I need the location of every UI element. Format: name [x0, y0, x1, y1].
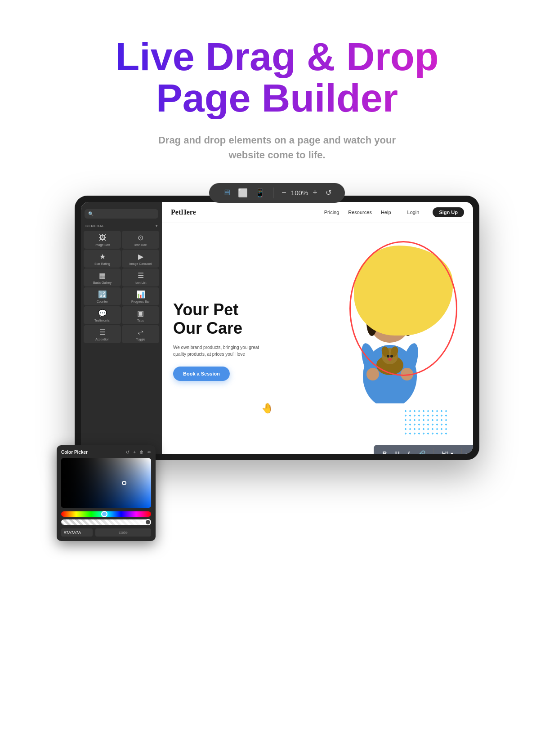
counter-label: Counter [97, 300, 108, 303]
image-box-label: Image Box [95, 243, 110, 246]
hero-section: Live Drag & Drop Page Builder Drag and d… [116, 36, 439, 162]
star-rating-label: Star Rating [94, 262, 110, 265]
hex-input-row: code [61, 528, 151, 537]
hue-slider[interactable] [61, 511, 151, 517]
element-sidebar: 🔍 GENERAL ▾ 🖼 Image Box ⊙ Icon Box [81, 202, 162, 454]
zoom-out-icon[interactable]: − [281, 188, 286, 197]
image-carousel-icon: ▶ [138, 253, 143, 260]
site-cta-button[interactable]: Book a Session [173, 367, 230, 381]
color-picker-gradient[interactable] [61, 458, 151, 508]
sidebar-item-counter[interactable]: 🔢 Counter [84, 287, 121, 305]
desktop-icon[interactable]: 🖥 [223, 188, 231, 197]
icon-list-label: Icon List [134, 281, 146, 284]
sidebar-item-progress-bar[interactable]: 📊 Progress Bar [122, 287, 159, 305]
sidebar-section-label: GENERAL ▾ [81, 221, 162, 230]
search-icon: 🔍 [88, 211, 94, 216]
code-label: code [95, 528, 151, 537]
testimonial-label: Testimonial [94, 319, 110, 322]
hero-image-column [318, 237, 462, 445]
sidebar-item-image-box[interactable]: 🖼 Image Box [84, 231, 121, 249]
basic-gallery-icon: ▦ [99, 272, 106, 279]
sidebar-item-icon-box[interactable]: ⊙ Icon Box [122, 231, 159, 249]
image-box-icon: 🖼 [99, 234, 106, 242]
toolbar-divider-2 [433, 448, 434, 454]
nav-login-button[interactable]: Login [407, 210, 420, 215]
underline-button[interactable]: U [395, 450, 400, 454]
hero-subtitle: Drag and drop elements on a page and wat… [151, 133, 403, 162]
list-dropdown[interactable]: ≡ ▾ [470, 451, 473, 454]
cursor-hand-icon: 🤚 [261, 403, 273, 414]
cp-add-icon[interactable]: + [133, 450, 136, 455]
color-picker-title-bar: Color Picker ↺ + 🗑 ✏ [61, 450, 151, 455]
mobile-icon[interactable]: 📱 [255, 188, 265, 198]
text-formatting-toolbar: B U I 🔗 H1 ▾ ≡ ▾ [374, 445, 474, 454]
zoom-controls: − 100% + [281, 188, 317, 197]
tablet-icon[interactable]: ⬜ [238, 188, 248, 198]
sidebar-item-tabs[interactable]: ▣ Tabs [122, 306, 159, 324]
nav-signup-button[interactable]: Sign Up [433, 207, 464, 217]
accordion-icon: ☰ [99, 329, 106, 336]
zoom-level: 100% [291, 189, 308, 197]
sidebar-search[interactable]: 🔍 [85, 209, 158, 219]
nav-link-resources[interactable]: Resources [348, 210, 372, 215]
hero-title: Live Drag & Drop Page Builder [116, 36, 439, 119]
device-icons: 🖥 ⬜ 📱 [223, 188, 265, 198]
toolbar-divider [273, 188, 273, 198]
cp-delete-icon[interactable]: 🗑 [139, 450, 144, 455]
device-screen: 🔍 GENERAL ▾ 🖼 Image Box ⊙ Icon Box [81, 202, 473, 454]
progress-bar-label: Progress Bar [131, 300, 150, 303]
nav-link-help[interactable]: Help [381, 210, 391, 215]
testimonial-icon: 💬 [98, 310, 107, 317]
viewport-toolbar: 🖥 ⬜ 📱 − 100% + ↺ [209, 183, 344, 203]
toggle-icon: ⇌ [138, 329, 143, 336]
nav-link-pricing[interactable]: Pricing [324, 210, 340, 215]
italic-button[interactable]: I [408, 450, 410, 454]
refresh-icon[interactable]: ↺ [326, 188, 331, 197]
heading-chevron-icon: ▾ [451, 451, 453, 454]
color-picker-title: Color Picker [61, 450, 88, 455]
color-picker-actions: ↺ + 🗑 ✏ [126, 450, 151, 455]
color-picker-panel: Color Picker ↺ + 🗑 ✏ code [57, 445, 156, 541]
site-navbar: PetHere Pricing Resources Help Login Sig… [162, 202, 473, 223]
device-wrapper: 🔍 GENERAL ▾ 🖼 Image Box ⊙ Icon Box [75, 196, 479, 460]
page-content-area: PetHere Pricing Resources Help Login Sig… [162, 202, 473, 454]
sidebar-item-toggle[interactable]: ⇌ Toggle [122, 325, 159, 343]
cp-eyedropper-icon[interactable]: ✏ [147, 450, 151, 455]
hex-input[interactable] [61, 528, 93, 537]
tabs-label: Tabs [137, 319, 144, 322]
site-hero-title: Your Pet Our Care [173, 300, 318, 338]
blue-dots-decoration [403, 409, 448, 436]
image-carousel-label: Image Carousel [130, 262, 152, 265]
sidebar-item-star-rating[interactable]: ★ Star Rating [84, 250, 121, 268]
device-frame: 🔍 GENERAL ▾ 🖼 Image Box ⊙ Icon Box [75, 196, 479, 460]
site-logo: PetHere [171, 208, 196, 216]
alpha-slider[interactable] [61, 519, 151, 525]
heading-dropdown[interactable]: H1 ▾ [442, 451, 453, 454]
hero-text-column: Your Pet Our Care We own brand products,… [173, 237, 318, 445]
basic-gallery-label: Basic Gallery [93, 281, 112, 284]
site-hero-description: We own brand products, bringing you grea… [173, 344, 263, 358]
sidebar-item-icon-list[interactable]: ☰ Icon List [122, 268, 159, 286]
svg-point-9 [366, 368, 379, 380]
cp-refresh-icon[interactable]: ↺ [126, 450, 130, 455]
progress-bar-icon: 📊 [136, 291, 145, 298]
site-hero-section: Your Pet Our Care We own brand products,… [162, 223, 473, 454]
sidebar-item-testimonial[interactable]: 💬 Testimonial [84, 306, 121, 324]
toggle-label: Toggle [136, 338, 145, 341]
sidebar-elements-grid: 🖼 Image Box ⊙ Icon Box ★ Star Rating ▶ I… [81, 230, 162, 344]
color-picker-selector [122, 481, 126, 485]
chevron-down-icon: ▾ [156, 224, 158, 228]
tabs-icon: ▣ [137, 310, 144, 317]
red-oval-decoration [349, 241, 457, 376]
bold-button[interactable]: B [383, 450, 387, 454]
icon-box-icon: ⊙ [138, 234, 143, 242]
sidebar-item-accordion[interactable]: ☰ Accordion [84, 325, 121, 343]
sidebar-item-image-carousel[interactable]: ▶ Image Carousel [122, 250, 159, 268]
sidebar-item-basic-gallery[interactable]: ▦ Basic Gallery [84, 268, 121, 286]
toolbar-divider-3 [461, 448, 462, 454]
link-button[interactable]: 🔗 [418, 450, 425, 454]
icon-box-label: Icon Box [134, 243, 147, 246]
zoom-in-icon[interactable]: + [313, 188, 317, 197]
icon-list-icon: ☰ [138, 272, 144, 279]
counter-icon: 🔢 [98, 291, 107, 298]
